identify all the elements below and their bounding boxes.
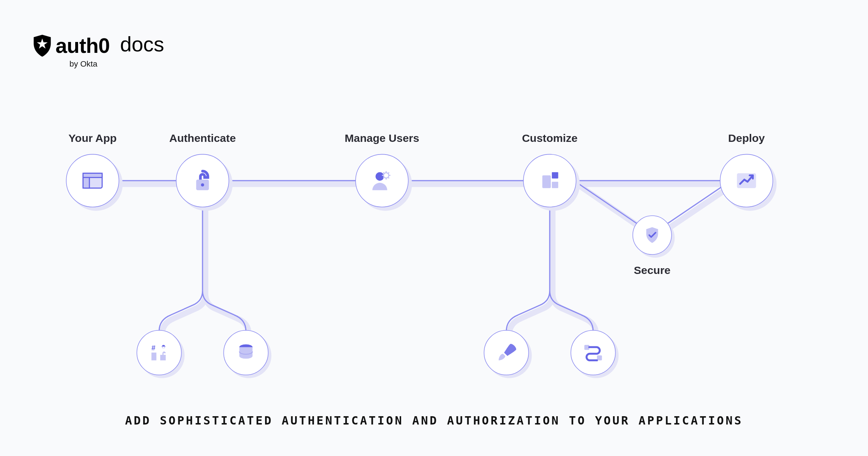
svg-rect-24 [597, 355, 602, 360]
svg-rect-15 [542, 176, 550, 188]
auth0-logo-icon [33, 35, 52, 57]
browser-window-icon [80, 168, 105, 193]
flow-path-icon [582, 342, 604, 364]
node-your-app-label: Your App [68, 132, 116, 145]
svg-point-5 [375, 172, 384, 181]
svg-line-12 [388, 177, 389, 178]
node-secure-label: Secure [634, 264, 671, 277]
node-secure: Secure [633, 215, 672, 255]
node-manage-users: Manage Users [355, 154, 408, 207]
node-authenticate: Authenticate [176, 154, 229, 207]
blocks-icon [537, 168, 562, 193]
user-gear-icon [369, 168, 395, 193]
svg-rect-1 [83, 173, 102, 178]
node-deploy-label: Deploy [728, 132, 765, 145]
node-customize: Customize [523, 154, 576, 207]
svg-line-11 [383, 172, 384, 173]
tagline: ADD SOPHISTICATED AUTHENTICATION AND AUT… [0, 413, 868, 427]
node-manage-users-label: Manage Users [345, 132, 419, 145]
node-your-app: Your App [66, 154, 119, 207]
chart-arrow-icon [734, 168, 759, 193]
unlock-icon [190, 168, 215, 193]
node-customize-label: Customize [522, 132, 578, 145]
brand-name: auth0 [56, 34, 110, 58]
svg-rect-16 [552, 172, 558, 179]
svg-line-14 [388, 172, 389, 173]
svg-text:#: # [152, 344, 156, 352]
brand-byline: by Okta [69, 59, 97, 68]
svg-point-4 [201, 183, 204, 187]
node-database [224, 330, 269, 375]
node-deploy: Deploy [720, 154, 773, 207]
shield-check-icon [642, 225, 662, 245]
paintbrush-icon [495, 342, 518, 364]
node-social-login: # [137, 330, 182, 375]
svg-rect-17 [552, 182, 558, 188]
flow-diagram: Your App Authenticate [58, 116, 822, 382]
brand-header: auth0 by Okta docs [33, 34, 164, 68]
node-actions [571, 330, 616, 375]
social-icons-icon: # [148, 342, 170, 364]
node-branding [484, 330, 529, 375]
node-authenticate-label: Authenticate [169, 132, 236, 145]
database-icon [235, 342, 257, 364]
svg-rect-2 [83, 177, 90, 188]
brand-section: docs [120, 33, 164, 57]
